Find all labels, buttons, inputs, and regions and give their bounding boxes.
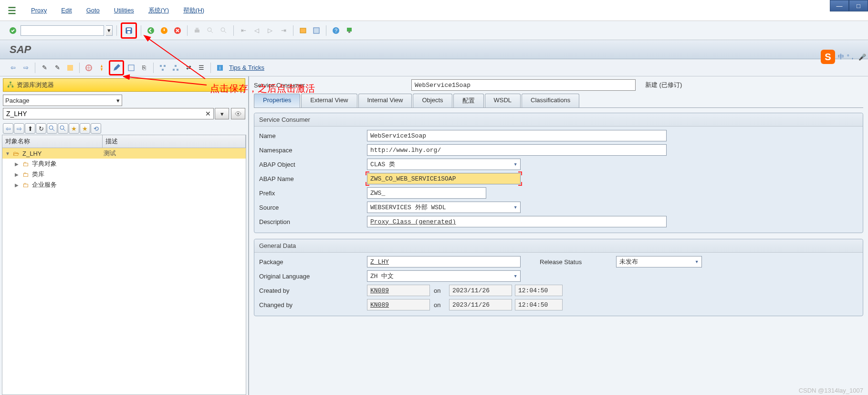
release-status-dropdown[interactable]: 未发布▾ — [616, 256, 702, 267]
menu-proxy[interactable]: Proxy — [31, 7, 47, 14]
help-icon[interactable]: ? — [330, 25, 342, 36]
new-session-icon[interactable] — [297, 25, 309, 36]
check-icon[interactable] — [83, 62, 94, 74]
source-dropdown[interactable]: WEBSERVICES 外部 WSDL▾ — [367, 202, 521, 213]
nav-search-icon[interactable] — [47, 123, 57, 134]
edit-icon[interactable] — [111, 62, 122, 74]
nav-back-icon[interactable]: ⇦ — [7, 62, 19, 74]
svg-rect-28 — [10, 81, 11, 83]
name-field[interactable]: WebService1Soap — [367, 130, 667, 141]
svg-rect-21 — [164, 65, 166, 67]
tool-icon-3[interactable]: ⇄ — [183, 62, 194, 74]
enter-icon[interactable] — [7, 25, 19, 36]
ime-mic-icon[interactable]: 🎤 — [858, 53, 866, 61]
ime-logo-icon[interactable]: S — [821, 50, 835, 64]
layout-icon[interactable] — [311, 25, 322, 36]
minimize-button[interactable]: — — [830, 0, 849, 11]
activate-icon[interactable] — [96, 62, 107, 74]
svg-rect-25 — [177, 69, 178, 71]
tab-wsdl[interactable]: WSDL — [485, 94, 521, 107]
package-dropdown-button[interactable]: ▾ — [215, 108, 229, 119]
general-data-panel: General Data Package Z_LHY Release Statu… — [254, 239, 863, 316]
tab-objects[interactable]: Objects — [413, 94, 452, 107]
tree-icon-2[interactable] — [170, 62, 181, 74]
changed-by-label: Changed by — [259, 301, 367, 309]
chevron-right-icon[interactable]: ▶ — [15, 182, 21, 188]
where-used-icon[interactable] — [125, 62, 137, 74]
service-consumer-field[interactable]: WebService1Soap — [411, 79, 636, 91]
tool-icon-4[interactable]: ☰ — [196, 62, 207, 74]
object-tree[interactable]: ▼ 🗁 Z_LHY 测试 ▶ 🗀 字典对象 ▶ 🗀 类库 ▶ 🗀 — [2, 148, 246, 395]
tab-external-view[interactable]: External View — [301, 94, 357, 107]
tree-icon-1[interactable] — [157, 62, 168, 74]
chevron-down-icon[interactable]: ▼ — [5, 151, 11, 156]
scope-dropdown[interactable]: Package▾ — [3, 95, 122, 106]
tree-row[interactable]: ▶ 🗀 企业服务 — [2, 180, 246, 190]
svg-rect-15 — [347, 28, 352, 32]
tool-icon-2[interactable]: ✎ — [52, 62, 63, 74]
tree-label: 字典对象 — [32, 160, 113, 168]
tab-internal-view[interactable]: Internal View — [358, 94, 412, 107]
name-label: Name — [259, 132, 367, 139]
description-label: Description — [259, 218, 367, 225]
tab-classifications[interactable]: Classifications — [522, 94, 579, 107]
nav-search2-icon[interactable] — [58, 123, 68, 134]
nav-fav2-icon[interactable]: ★ — [80, 123, 90, 134]
nav-next-icon[interactable]: ⇨ — [14, 123, 24, 134]
svg-rect-24 — [173, 69, 175, 71]
maximize-button[interactable]: □ — [849, 0, 868, 11]
ime-lang[interactable]: 中 — [838, 53, 844, 61]
find-next-icon — [218, 25, 230, 36]
cancel-icon[interactable] — [172, 25, 183, 36]
tips-tricks-link[interactable]: Tips & Tricks — [227, 64, 264, 71]
description-field[interactable]: Proxy Class (generated) — [367, 216, 667, 227]
exit-icon[interactable] — [158, 25, 170, 36]
panel-header: Service Consumer — [254, 113, 863, 127]
prefix-field[interactable]: ZWS_ — [367, 187, 486, 199]
find-icon — [205, 25, 216, 36]
nav-refresh-icon[interactable]: ↻ — [36, 123, 46, 134]
menu-utilities[interactable]: Utilities — [114, 7, 134, 14]
nav-sync-icon[interactable]: ⟲ — [91, 123, 101, 134]
clear-input-icon[interactable]: ✕ — [203, 110, 213, 117]
svg-point-33 — [60, 126, 64, 129]
menu-icon[interactable] — [7, 6, 17, 15]
tree-row[interactable]: ▼ 🗁 Z_LHY 测试 — [2, 148, 246, 159]
sub-toolbar: ⇦ ⇨ ✎ ✎ ⎘ ⇄ ☰ i Tips & Tricks — [0, 59, 868, 76]
abap-name-field[interactable]: ZWS_CO_WEB_SERVICE1SOAP — [367, 173, 521, 184]
nav-prev-icon[interactable]: ⇦ — [3, 123, 13, 134]
package-field[interactable]: Z_LHY — [367, 256, 521, 267]
customize-icon[interactable] — [344, 25, 355, 36]
original-language-dropdown[interactable]: ZH 中文▾ — [367, 270, 521, 282]
on-label: on — [430, 287, 449, 294]
tab-properties[interactable]: Properties — [254, 94, 300, 107]
menu-system[interactable]: 系统(Y) — [148, 6, 169, 15]
tree-row[interactable]: ▶ 🗀 类库 — [2, 169, 246, 180]
nav-fav-icon[interactable]: ★ — [69, 123, 79, 134]
tree-row[interactable]: ▶ 🗀 字典对象 — [2, 159, 246, 169]
command-input[interactable] — [21, 25, 104, 36]
svg-rect-20 — [160, 65, 162, 67]
package-input[interactable] — [3, 108, 214, 119]
nav-fwd-icon[interactable]: ⇨ — [20, 62, 31, 74]
package-display-button[interactable] — [231, 108, 245, 119]
chevron-right-icon[interactable]: ▶ — [15, 172, 21, 177]
info-icon[interactable]: i — [214, 62, 226, 74]
abap-object-dropdown[interactable]: CLAS 类▾ — [367, 159, 521, 170]
nav-up-icon[interactable]: ⬆ — [25, 123, 35, 134]
chevron-right-icon[interactable]: ▶ — [15, 161, 21, 167]
display-icon[interactable] — [64, 62, 76, 74]
test-icon[interactable]: ⎘ — [138, 62, 150, 74]
release-status-label: Release Status — [540, 258, 616, 266]
save-icon[interactable] — [123, 25, 135, 36]
tool-icon-1[interactable]: ✎ — [39, 62, 50, 74]
menu-bar: Proxy Edit Goto Utilities 系统(Y) 帮助(H) — [0, 0, 868, 21]
namespace-field[interactable]: http://www.lhy.org/ — [367, 144, 667, 156]
menu-goto[interactable]: Goto — [86, 7, 100, 14]
menu-edit[interactable]: Edit — [61, 7, 72, 14]
ime-punct-icon[interactable]: °， — [847, 53, 856, 61]
tab-config[interactable]: 配置 — [453, 94, 484, 107]
menu-help[interactable]: 帮助(H) — [183, 6, 204, 15]
command-dropdown[interactable]: ▾ — [106, 25, 113, 36]
back-icon[interactable] — [145, 25, 157, 36]
